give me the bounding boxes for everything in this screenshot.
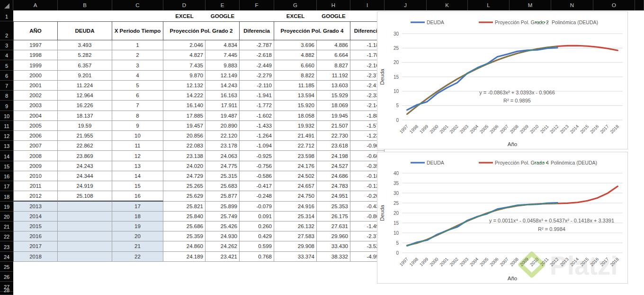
cell[interactable]: 12.132 <box>163 81 206 91</box>
cell[interactable]: 29.960 <box>317 231 350 241</box>
cell[interactable]: -0.417 <box>240 181 274 191</box>
row-header-8[interactable]: 8 <box>0 91 13 101</box>
cell[interactable] <box>58 252 112 262</box>
cell[interactable]: 15.929 <box>317 91 350 101</box>
cell[interactable]: 15.920 <box>274 101 317 111</box>
cell[interactable]: 25.821 <box>163 202 206 212</box>
cell[interactable]: -2.279 <box>240 71 274 81</box>
cell[interactable]: 9.870 <box>163 71 206 81</box>
cell[interactable]: 9 <box>112 121 163 131</box>
cell[interactable]: -2.787 <box>240 40 274 50</box>
row-header-6[interactable]: 6 <box>0 71 13 81</box>
cell[interactable]: 2007 <box>13 141 58 151</box>
cell[interactable]: 24.919 <box>58 181 112 191</box>
cell[interactable]: 2008 <box>13 151 58 161</box>
cell[interactable]: 12.964 <box>58 91 112 101</box>
cell[interactable]: 18 <box>112 212 163 221</box>
column-header-O[interactable]: O <box>593 0 635 10</box>
cell[interactable]: 2016 <box>13 231 58 241</box>
cell[interactable]: 17 <box>112 202 163 212</box>
column-header-G[interactable]: G <box>274 0 317 10</box>
table-header-5[interactable]: Proyección Pol. Grado 4 <box>274 21 350 40</box>
cell[interactable]: 0.768 <box>240 252 274 262</box>
cell[interactable]: 2003 <box>13 101 58 111</box>
cell[interactable]: 8.822 <box>274 71 317 81</box>
table-header-4[interactable]: Diferencia <box>240 21 274 40</box>
cell[interactable]: 14 <box>112 171 163 181</box>
cell[interactable]: 25.877 <box>206 191 240 201</box>
cell[interactable]: -1.602 <box>240 111 274 121</box>
cell[interactable]: 21.955 <box>58 131 112 141</box>
column-header-J[interactable]: J <box>385 0 427 10</box>
cell[interactable]: 20 <box>112 231 163 241</box>
table-header-3[interactable]: Proyección Pol. Grado 2 <box>163 21 240 40</box>
cell[interactable]: 25.353 <box>317 202 350 212</box>
cell[interactable]: 2004 <box>13 111 58 121</box>
cell[interactable]: 2009 <box>13 161 58 171</box>
cell[interactable]: 6.357 <box>58 60 112 70</box>
cell[interactable]: 3.696 <box>274 40 317 50</box>
cell[interactable]: 24.262 <box>206 241 240 251</box>
cell[interactable]: 33.430 <box>317 241 350 251</box>
row-header-10[interactable]: 10 <box>0 111 13 121</box>
cell[interactable]: 8.827 <box>317 60 350 70</box>
cell[interactable]: 24.686 <box>317 171 350 181</box>
column-header-A[interactable]: A <box>13 0 58 10</box>
column-header-F[interactable]: F <box>240 0 274 10</box>
cell[interactable]: 22.862 <box>58 141 112 151</box>
row-header-24[interactable]: 24 <box>0 252 13 262</box>
cell[interactable]: 11.192 <box>317 71 350 81</box>
cell[interactable]: 2006 <box>13 131 58 141</box>
cell[interactable]: 24.916 <box>274 202 317 212</box>
cell[interactable]: 17.885 <box>163 111 206 121</box>
cell[interactable]: 19 <box>112 221 163 231</box>
cell[interactable]: 3 <box>112 60 163 70</box>
cell[interactable]: 23.598 <box>274 151 317 161</box>
cell[interactable]: 11.185 <box>274 81 317 91</box>
chart-grado2[interactable]: 0510152025301997199819992000200120022003… <box>377 11 628 149</box>
cell[interactable] <box>58 221 112 231</box>
chart-grado4[interactable]: 0510152025303540Platzi199719981999200020… <box>377 152 628 284</box>
cell[interactable]: 24.930 <box>206 231 240 241</box>
cell[interactable]: 25.265 <box>163 181 206 191</box>
cell[interactable]: 2017 <box>13 241 58 251</box>
cell[interactable]: -1.772 <box>240 101 274 111</box>
cell[interactable]: 11 <box>112 141 163 151</box>
cell[interactable]: 4.882 <box>274 50 317 60</box>
column-header-B[interactable]: B <box>58 0 112 10</box>
row-header-17[interactable]: 17 <box>0 181 13 191</box>
cell[interactable]: 14.222 <box>163 91 206 101</box>
row-header-15[interactable]: 15 <box>0 161 13 171</box>
cell[interactable]: 24.063 <box>206 151 240 161</box>
cell[interactable]: 2011 <box>13 181 58 191</box>
cell[interactable]: -2.110 <box>240 81 274 91</box>
cell[interactable]: 2013 <box>13 202 58 212</box>
cell[interactable]: 25.315 <box>206 171 240 181</box>
cell[interactable]: 2.046 <box>163 40 206 50</box>
cell[interactable]: 20.890 <box>206 121 240 131</box>
cell[interactable]: 27.583 <box>274 231 317 241</box>
cell[interactable]: 18.069 <box>317 101 350 111</box>
cell[interactable]: 4.827 <box>163 50 206 60</box>
cell[interactable]: 2012 <box>13 191 58 201</box>
cell[interactable] <box>58 231 112 241</box>
cell[interactable]: 24.527 <box>317 161 350 171</box>
row-header-28[interactable]: 28 <box>0 292 13 295</box>
cell[interactable]: 18.058 <box>274 111 317 121</box>
column-header-D[interactable]: D <box>163 0 206 10</box>
cell[interactable]: 24.783 <box>317 181 350 191</box>
cell-empty[interactable] <box>240 10 274 21</box>
cell[interactable]: 6 <box>112 91 163 101</box>
cell[interactable]: 25.749 <box>206 212 240 221</box>
cell[interactable]: -2.618 <box>240 50 274 60</box>
cell[interactable]: 25.108 <box>58 191 112 201</box>
cell[interactable]: 10 <box>112 131 163 141</box>
row-header-9[interactable]: 9 <box>0 101 13 111</box>
row-header-3[interactable]: 3 <box>0 40 13 50</box>
cell[interactable]: 25.840 <box>163 212 206 221</box>
cell[interactable]: 24.344 <box>58 171 112 181</box>
row-header-22[interactable]: 22 <box>0 231 13 241</box>
cell[interactable]: 24.860 <box>163 241 206 251</box>
cell[interactable]: 23.618 <box>317 141 350 151</box>
cell[interactable]: 19.945 <box>317 111 350 121</box>
